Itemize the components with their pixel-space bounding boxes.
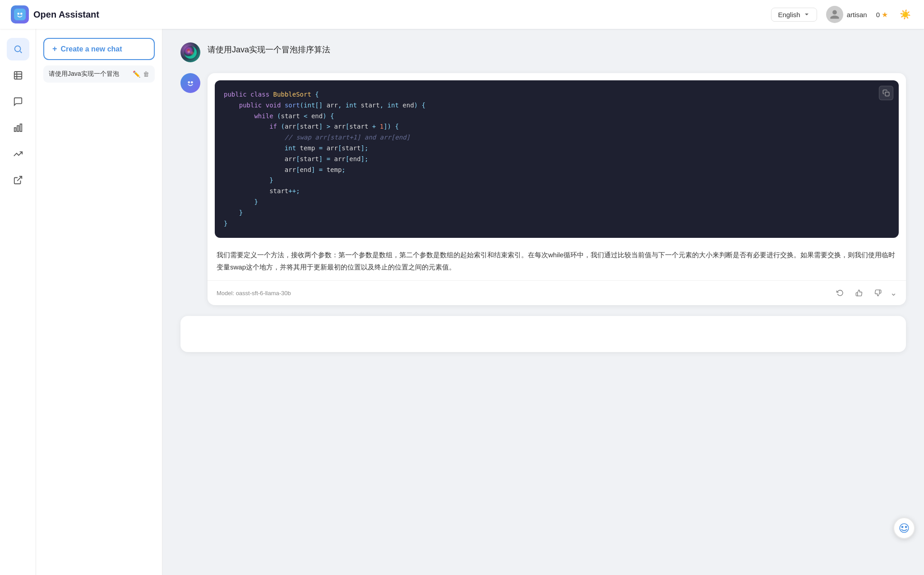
username: artisan [847, 11, 867, 19]
language-label: English [778, 11, 800, 19]
header: Open Assistant English artisan 0 ★ ☀️ [0, 0, 924, 29]
user-info[interactable]: artisan [826, 6, 867, 23]
retry-button[interactable] [833, 286, 847, 300]
svg-line-8 [17, 176, 22, 181]
svg-point-9 [184, 46, 197, 59]
bot-message-row: public class BubbleSort { public void so… [180, 73, 906, 305]
chat-area: 请使用Java实现一个冒泡排序算法 pu [162, 29, 924, 575]
language-selector[interactable]: English [771, 8, 817, 22]
svg-rect-4 [14, 72, 22, 79]
copy-code-button[interactable] [879, 86, 893, 100]
plus-icon: + [52, 44, 57, 54]
svg-rect-14 [885, 92, 889, 96]
user-message-content: 请使用Java实现一个冒泡排序算法 [208, 42, 906, 57]
new-chat-label: Create a new chat [61, 45, 122, 53]
floating-bot-button[interactable] [893, 517, 915, 539]
dislike-button[interactable] [871, 286, 885, 300]
svg-point-11 [190, 51, 194, 55]
svg-point-1 [17, 13, 19, 15]
stars-count: 0 [876, 11, 880, 19]
main-layout: + Create a new chat 请使用Java实现一个冒泡 ✏️ 🗑 [0, 29, 924, 575]
code-block: public class BubbleSort { public void so… [215, 80, 899, 238]
svg-rect-0 [14, 9, 26, 20]
bot-message-content: public class BubbleSort { public void so… [208, 73, 906, 305]
user-avatar [180, 42, 200, 62]
bot-response-text: 我们需要定义一个方法，接收两个参数：第一个参数是数组，第二个参数是数组的起始索引… [217, 249, 897, 273]
bot-avatar [180, 73, 200, 93]
sidebar-item-trending[interactable] [7, 143, 29, 165]
code-content: public class BubbleSort { public void so… [215, 80, 899, 238]
sidebar-icons [0, 29, 36, 575]
logo-icon [11, 5, 29, 23]
chat-item-text: 请使用Java实现一个冒泡 [49, 70, 133, 78]
stars-badge: 0 ★ [876, 10, 888, 19]
svg-point-2 [20, 13, 23, 15]
svg-rect-5 [14, 128, 16, 131]
svg-rect-6 [17, 125, 19, 131]
sidebar-item-barchart[interactable] [7, 116, 29, 139]
delete-icon[interactable]: 🗑 [143, 70, 149, 78]
header-right: English artisan 0 ★ ☀️ [771, 6, 913, 23]
svg-point-15 [901, 526, 904, 528]
chat-item-actions: ✏️ 🗑 [133, 70, 149, 78]
model-label: Model: oasst-sft-6-llama-30b [217, 290, 291, 297]
svg-point-3 [14, 46, 20, 52]
svg-rect-17 [900, 524, 909, 533]
avatar [826, 6, 843, 23]
svg-rect-7 [20, 124, 22, 132]
star-icon: ★ [882, 10, 888, 19]
user-message-text: 请使用Java实现一个冒泡排序算法 [208, 42, 906, 57]
sidebar-item-external[interactable] [7, 169, 29, 191]
like-button[interactable] [852, 286, 866, 300]
user-message-row: 请使用Java实现一个冒泡排序算法 [180, 42, 906, 62]
edit-icon[interactable]: ✏️ [133, 70, 140, 78]
new-chat-button[interactable]: + Create a new chat [43, 38, 155, 60]
svg-point-13 [191, 81, 193, 83]
sidebar-item-chat[interactable] [7, 90, 29, 113]
svg-point-16 [905, 526, 907, 528]
svg-point-10 [188, 51, 190, 53]
empty-response-area [180, 316, 906, 352]
footer-actions: ⌄ [833, 286, 897, 300]
sidebar-item-search[interactable] [7, 38, 29, 60]
response-footer: Model: oasst-sft-6-llama-30b ⌄ [208, 280, 906, 305]
sidebar-item-table[interactable] [7, 64, 29, 87]
bot-response-card: public class BubbleSort { public void so… [208, 73, 906, 305]
chat-list-panel: + Create a new chat 请使用Java实现一个冒泡 ✏️ 🗑 [36, 29, 162, 575]
expand-button[interactable]: ⌄ [890, 288, 897, 298]
theme-toggle[interactable]: ☀️ [897, 6, 913, 23]
bot-text-content: 我们需要定义一个方法，接收两个参数：第一个参数是数组，第二个参数是数组的起始索引… [208, 245, 906, 280]
svg-point-12 [188, 81, 190, 83]
chat-list-item[interactable]: 请使用Java实现一个冒泡 ✏️ 🗑 [43, 65, 155, 83]
app-title: Open Assistant [33, 9, 99, 20]
logo: Open Assistant [11, 5, 99, 23]
